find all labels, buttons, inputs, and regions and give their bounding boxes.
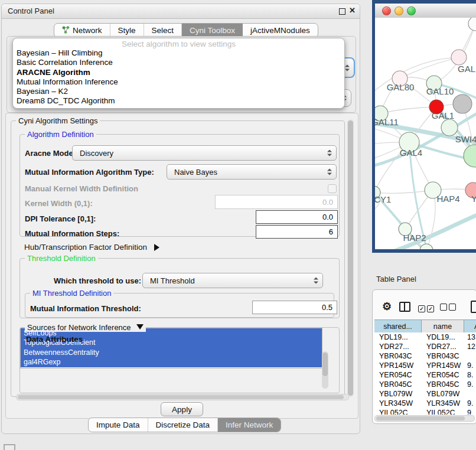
threshold-definition-title: Threshold Definition bbox=[25, 254, 98, 263]
tab-cyni-toolbox[interactable]: Cyni Toolbox bbox=[182, 24, 243, 37]
deselect-all-columns-icon[interactable] bbox=[440, 302, 458, 313]
tab-discretize-data[interactable]: Discretize Data bbox=[148, 418, 219, 432]
table-cell bbox=[464, 389, 476, 399]
cyni-settings-panel: Cyni Algorithm Settings Algorithm Defini… bbox=[5, 113, 358, 419]
mi-type-label: Mutual Information Algorithm Type: bbox=[25, 168, 154, 177]
select-all-columns-icon[interactable]: ✓✓ bbox=[418, 302, 436, 313]
sources-title-text: Sources for Network Inference bbox=[27, 323, 131, 332]
close-window-icon[interactable]: ✕ bbox=[349, 6, 356, 15]
checked-checkbox-icon: ✓ bbox=[427, 305, 434, 312]
cyni-algorithm-settings-title: Cyni Algorithm Settings bbox=[16, 116, 100, 125]
dpi-tolerance-field[interactable]: 0.0 bbox=[256, 210, 338, 224]
settings-vscrollbar-thumb[interactable] bbox=[348, 120, 353, 396]
network-icon bbox=[62, 26, 70, 35]
close-traffic-light-icon[interactable] bbox=[382, 6, 391, 15]
node-label: GAL1 bbox=[432, 110, 454, 120]
tab-label: Style bbox=[118, 26, 136, 35]
tab-infer-network[interactable]: Infer Network bbox=[218, 418, 281, 432]
combo-spinner-icon bbox=[345, 64, 350, 71]
column-header-shared[interactable]: shared... bbox=[374, 320, 422, 333]
combo-spinner-icon bbox=[314, 278, 318, 284]
node-label: HAP4 bbox=[436, 194, 459, 204]
split-columns-icon[interactable] bbox=[399, 302, 410, 312]
data-attributes-list[interactable]: SelfLoopsTopologicalCoefficientBetweenne… bbox=[20, 328, 322, 369]
table-row[interactable]: YBR045CYBR045C9. bbox=[374, 380, 476, 389]
table-hscrollbar-thumb[interactable] bbox=[376, 416, 465, 420]
tab-label: Cyni Toolbox bbox=[190, 26, 235, 35]
node-label: Y bbox=[471, 194, 476, 204]
table-row[interactable]: YDR27...YDR27...12 bbox=[374, 342, 476, 351]
network-node[interactable] bbox=[441, 119, 458, 136]
hub-definition-expander[interactable]: Hub/Transcription Factor Definition bbox=[24, 243, 159, 252]
control-panel-bottom-tabbar: Impute DataDiscretize DataInfer Network bbox=[88, 418, 281, 432]
node-label: GCY1 bbox=[375, 194, 391, 204]
settings-vscrollbar[interactable] bbox=[347, 119, 354, 397]
sources-group-title: Sources for Network Inference bbox=[25, 323, 146, 332]
mi-steps-field[interactable]: 6 bbox=[256, 225, 338, 239]
network-canvas[interactable]: GALGAL80GAL10GAL1GAL11SWI4GAL4GCY1HAP4YH… bbox=[375, 18, 476, 249]
float-window-icon[interactable] bbox=[339, 8, 345, 15]
tab-jactivemnodules[interactable]: jActiveMNodules bbox=[243, 24, 318, 37]
table-row[interactable]: YBL079WYBL079W bbox=[374, 389, 476, 399]
aracne-mode-combobox[interactable]: Discovery bbox=[72, 145, 337, 161]
table-row[interactable]: YDL19...YDL19...13 bbox=[374, 332, 476, 342]
table-header-row: shared...nameA bbox=[374, 319, 476, 334]
minimize-traffic-light-icon[interactable] bbox=[395, 6, 403, 15]
attributes-vscrollbar[interactable] bbox=[322, 351, 328, 389]
algorithm-option-bayesian-k2[interactable]: Bayesian – K2 bbox=[13, 87, 344, 96]
network-node[interactable] bbox=[420, 244, 433, 249]
gear-icon[interactable]: ⚙ bbox=[382, 300, 392, 313]
unchecked-checkbox-icon bbox=[440, 304, 447, 311]
settings-hscrollbar[interactable] bbox=[16, 394, 349, 400]
which-threshold-combobox[interactable]: MI Threshold bbox=[142, 273, 323, 288]
tab-network[interactable]: Network bbox=[54, 24, 110, 37]
settings-hscrollbar-thumb[interactable] bbox=[18, 395, 344, 399]
apply-button[interactable]: Apply bbox=[161, 402, 203, 416]
attribute-item-betweennesscentrality[interactable]: BetweennessCentrality bbox=[21, 348, 322, 357]
table-panel: ⚙ ✓✓ shared...nameA YDL19...YDL19...13YD… bbox=[372, 289, 476, 424]
unchecked-checkbox-icon bbox=[449, 304, 456, 311]
table-cell: YER054C bbox=[374, 370, 422, 380]
table-hscrollbar[interactable] bbox=[374, 415, 475, 422]
algorithm-option-aracne-algorithm[interactable]: ARACNE Algorithm bbox=[13, 68, 344, 77]
manual-kernel-checkbox[interactable] bbox=[328, 184, 337, 193]
tab-impute-data[interactable]: Impute Data bbox=[89, 418, 148, 432]
node-label: SWI4 bbox=[455, 134, 476, 144]
network-node[interactable] bbox=[453, 94, 472, 113]
dpi-tolerance-label: DPI Tolerance [0,1]: bbox=[25, 214, 96, 223]
minimized-panel-chip[interactable] bbox=[4, 444, 15, 450]
network-node[interactable] bbox=[468, 18, 476, 31]
zoom-traffic-light-icon[interactable] bbox=[407, 6, 416, 15]
mi-type-combobox[interactable]: Naive Bayes bbox=[167, 164, 337, 180]
network-node[interactable] bbox=[464, 145, 476, 167]
table-row[interactable]: YBR043CYBR043C bbox=[374, 351, 476, 361]
table-row[interactable]: YIL052CYIL052C9 bbox=[374, 408, 476, 415]
column-header-name[interactable]: name bbox=[422, 320, 464, 333]
table-body: YDL19...YDL19...13YDR27...YDR27...12YBR0… bbox=[374, 332, 476, 415]
column-header-a[interactable]: A bbox=[464, 320, 476, 333]
mi-threshold-field[interactable]: 0.5 bbox=[252, 301, 337, 314]
algorithm-option-dream8-dc-tdc-algorithm[interactable]: Dream8 DC_TDC Algorithm bbox=[13, 96, 344, 106]
tab-style[interactable]: Style bbox=[110, 24, 144, 37]
mi-steps-value: 6 bbox=[329, 227, 333, 236]
table-row[interactable]: YLR345WYLR345W9. bbox=[374, 399, 476, 408]
table-cell: YIL052C bbox=[422, 408, 464, 415]
network-window-titlebar bbox=[375, 4, 476, 18]
combo-spinner-icon bbox=[327, 169, 332, 175]
export-table-icon[interactable] bbox=[471, 301, 476, 313]
table-cell: 9. bbox=[464, 399, 476, 408]
algorithm-option-basic-correlation-inference[interactable]: Basic Correlation Inference bbox=[13, 58, 344, 67]
table-row[interactable]: YPR145WYPR145W9. bbox=[374, 361, 476, 370]
kernel-width-field[interactable]: 0.0 bbox=[215, 195, 338, 209]
node-label: GAL80 bbox=[387, 82, 415, 92]
attributes-vscrollbar-thumb[interactable] bbox=[322, 353, 328, 376]
mi-threshold-label: Mutual Information Threshold: bbox=[30, 304, 141, 313]
algorithm-option-bayesian-hill-climbing[interactable]: Bayesian – Hill Climbing bbox=[13, 48, 344, 58]
attribute-item-gal4rgexp[interactable]: gal4RGexp bbox=[21, 357, 322, 367]
algorithm-option-mutual-information-inference[interactable]: Mutual Information Inference bbox=[13, 77, 344, 87]
tab-label: Infer Network bbox=[226, 420, 273, 429]
tab-select[interactable]: Select bbox=[144, 24, 182, 37]
network-node[interactable] bbox=[451, 50, 467, 65]
collapse-arrow-icon[interactable] bbox=[136, 324, 144, 330]
table-row[interactable]: YER054CYER054C8. bbox=[374, 370, 476, 380]
